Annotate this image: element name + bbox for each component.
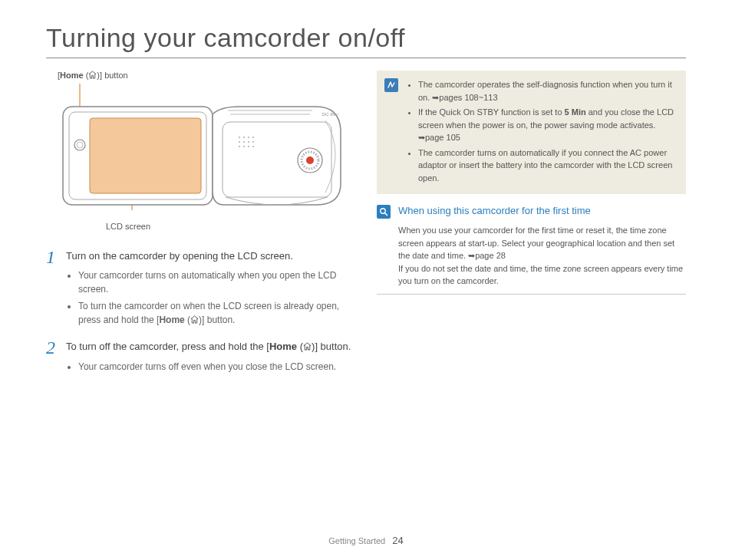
list-item: The camcorder operates the self-diagnosi… [418,78,677,104]
list-item: Your camcorder turns on automatically wh… [78,268,355,296]
page-title: Turning your camcorder on/off [46,23,686,58]
section-divider [377,294,686,295]
svg-point-20 [252,141,254,143]
svg-point-24 [252,146,254,147]
svg-point-15 [248,137,249,138]
left-column: [Home ()] button [46,71,355,384]
home-icon [303,341,312,355]
home-button-callout: [Home ()] button [58,71,355,81]
svg-point-22 [243,146,245,147]
list-item: To turn the camcorder on when the LCD sc… [78,299,355,328]
note-body: The camcorder operates the self-diagnosi… [406,78,677,186]
page-footer: Getting Started 24 [0,535,732,546]
list-item: If the Quick On STBY function is set to … [418,106,677,144]
step-body: To turn off the camcorder, press and hol… [66,338,355,377]
ref-arrow-icon: ➥ [432,93,439,102]
step-bullets: Your camcorder turns off even when you c… [66,360,355,374]
step-bullets: Your camcorder turns on automatically wh… [66,268,355,328]
svg-rect-6 [90,118,201,193]
svg-point-19 [248,141,249,143]
magnifier-icon [377,205,391,219]
step-instruction: To turn off the camcorder, press and hol… [66,340,355,355]
note-box: The camcorder operates the self-diagnosi… [377,71,686,194]
svg-line-27 [385,213,387,216]
list-item: Your camcorder turns off even when you c… [78,360,355,374]
svg-point-21 [239,146,240,147]
svg-point-13 [239,137,240,138]
note-icon [384,78,398,92]
first-time-paragraph: When you use your camcorder for the firs… [377,224,686,262]
list-item: The camcorder turns on automatically if … [418,147,677,185]
step-body: Turn on the camcorder by opening the LCD… [66,248,355,331]
lcd-screen-callout: LCD screen [106,222,355,231]
svg-point-18 [243,141,245,143]
svg-point-14 [243,137,245,138]
svg-point-12 [306,156,314,164]
step-number: 1 [46,248,58,331]
step-instruction: Turn on the camcorder by opening the LCD… [66,249,355,264]
first-time-paragraph: If you do not set the date and time, the… [377,262,686,288]
ref-arrow-icon: ➥ [418,133,425,142]
svg-point-23 [248,146,249,147]
ref-arrow-icon: ➥ [468,251,475,260]
svg-point-7 [74,140,85,150]
home-icon [190,314,199,328]
footer-section: Getting Started [328,536,385,545]
camcorder-diagram: DC IN ⎓ [46,84,355,217]
step-1: 1 Turn on the camcorder by opening the L… [46,248,355,331]
svg-point-17 [239,141,240,143]
step-number: 2 [46,338,58,377]
page-number: 24 [392,535,403,546]
svg-text:DC IN ⎓: DC IN ⎓ [322,112,339,117]
content-columns: [Home ()] button [46,71,686,384]
first-time-heading: When using this camcorder for the first … [398,205,591,216]
svg-point-16 [252,137,254,138]
first-time-heading-row: When using this camcorder for the first … [377,205,686,221]
home-icon [88,71,97,81]
step-2: 2 To turn off the camcorder, press and h… [46,338,355,377]
right-column: The camcorder operates the self-diagnosi… [377,71,686,384]
